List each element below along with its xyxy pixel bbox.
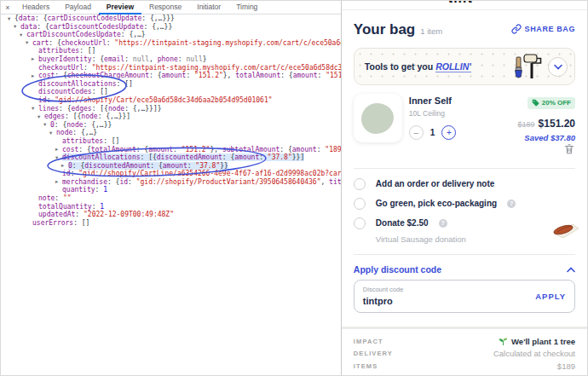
quantity-decrease-button[interactable]: – bbox=[409, 125, 424, 140]
json-tree-row[interactable]: ▾lines: {edges: [{node: {,…}}]} bbox=[1, 105, 341, 113]
product-variant: 10L Ceiling bbox=[409, 109, 511, 118]
summary-label: IMPACT bbox=[354, 338, 383, 345]
disclosure-triangle-icon[interactable]: ▾ bbox=[20, 32, 26, 39]
disclosure-triangle-icon[interactable]: ▾ bbox=[49, 130, 56, 137]
summary-label: ITEMS bbox=[354, 362, 378, 370]
info-icon[interactable]: ? bbox=[439, 219, 447, 228]
share-bag-label: SHARE BAG bbox=[525, 25, 575, 33]
store-logo[interactable]: tint bbox=[448, 1, 473, 6]
disclosure-triangle-icon[interactable]: ▾ bbox=[32, 105, 38, 113]
product-thumbnail[interactable] bbox=[354, 94, 402, 142]
discount-code-value[interactable]: tintpro bbox=[363, 296, 404, 306]
json-tree-row[interactable]: quantity: 1 bbox=[1, 186, 341, 194]
page-title: Your bag bbox=[354, 21, 415, 38]
close-icon[interactable]: × bbox=[1, 3, 14, 12]
remove-item-button[interactable] bbox=[563, 143, 575, 158]
json-tree-row[interactable]: discountCodes: [] bbox=[1, 88, 341, 96]
disclosure-triangle-icon[interactable]: ▸ bbox=[55, 178, 62, 186]
discount-badge-label: 20% OFF bbox=[542, 99, 571, 107]
radio-button[interactable] bbox=[354, 198, 366, 210]
disclosure-triangle-icon[interactable]: ▾ bbox=[26, 39, 32, 47]
summary-value: We'll plant 1 tree bbox=[499, 337, 575, 346]
chevron-down-icon bbox=[554, 64, 562, 70]
quantity-increase-button[interactable]: + bbox=[441, 125, 456, 140]
json-tree-row[interactable]: ▾discountAllocations: [{discountedAmount… bbox=[1, 153, 341, 162]
impact-value: We'll plant 1 tree bbox=[511, 337, 575, 346]
json-tree-row[interactable]: attributes: [] bbox=[1, 137, 341, 146]
order-summary: IMPACT We'll plant 1 tree DELIVERY Calcu… bbox=[342, 329, 587, 373]
disclosure-triangle-icon[interactable]: ▾ bbox=[37, 113, 44, 121]
summary-value: $189 bbox=[557, 362, 575, 371]
tab-preview[interactable]: Preview bbox=[99, 1, 141, 14]
option-delivery-note[interactable]: Add an order or delivery note bbox=[354, 174, 575, 194]
json-tree-row[interactable]: ▸buyerIdentity: {email: null, phone: nul… bbox=[1, 55, 341, 64]
disclosure-triangle-icon[interactable]: ▸ bbox=[32, 72, 38, 80]
disclosure-triangle-icon[interactable]: ▸ bbox=[55, 146, 62, 153]
cart-panel: tint Your bag 1 item SHARE BAG Tools to … bbox=[342, 1, 587, 375]
disclosure-triangle-icon[interactable]: ▾ bbox=[55, 154, 62, 162]
json-tree-row[interactable]: ▾{data: {cartDiscountCodesUpdate: {,…}}} bbox=[1, 14, 341, 23]
tab-payload[interactable]: Payload bbox=[57, 1, 99, 14]
json-tree-row[interactable]: id: "gid://shopify/Cart/ece50a6d58dc34d6… bbox=[1, 96, 341, 105]
devtools-tabs: HeadersPayloadPreviewResponseInitiatorTi… bbox=[14, 1, 265, 14]
json-tree-row[interactable]: ▾node: {,…} bbox=[1, 129, 341, 137]
disclosure-triangle-icon[interactable]: ▾ bbox=[43, 121, 50, 129]
summary-label: DELIVERY bbox=[354, 350, 393, 357]
tag-icon bbox=[532, 99, 539, 107]
disclosure-triangle-icon[interactable]: ▸ bbox=[32, 55, 38, 63]
tab-timing[interactable]: Timing bbox=[228, 1, 265, 14]
discount-title: Apply discount code bbox=[354, 264, 441, 275]
json-tree-row[interactable]: ▸cost: {checkoutChargeAmount: {amount: "… bbox=[1, 72, 341, 80]
promo-banner[interactable]: Tools to get youROLLIN' bbox=[354, 48, 575, 85]
quantity-value: 1 bbox=[430, 128, 435, 137]
discount-badge: 20% OFF bbox=[527, 97, 575, 109]
cart-options: Add an order or delivery note Go green, … bbox=[342, 169, 587, 254]
chevron-up-icon bbox=[567, 267, 575, 273]
info-icon[interactable]: ? bbox=[507, 200, 516, 208]
option-label: Donate $2.50 bbox=[376, 218, 429, 228]
link-icon bbox=[511, 24, 522, 34]
disclosure-triangle-icon[interactable]: ▸ bbox=[61, 162, 68, 170]
json-tree-row[interactable]: totalQuantity: 1 bbox=[1, 203, 341, 211]
radio-button[interactable] bbox=[354, 217, 366, 229]
discount-code-field[interactable]: Discount code tintpro bbox=[363, 286, 404, 306]
json-tree-row[interactable]: userErrors: [] bbox=[1, 219, 341, 228]
json-tree-row[interactable]: checkoutUrl: "https://tintpaint-staging.… bbox=[1, 64, 341, 72]
cart-line-item: Inner Self 10L Ceiling – 1 + 20% OFF $18… bbox=[354, 94, 575, 159]
json-tree-row[interactable]: attributes: [] bbox=[1, 47, 341, 55]
json-tree-row[interactable]: discountAllocations: [] bbox=[1, 80, 341, 89]
quantity-stepper: – 1 + bbox=[409, 125, 511, 140]
json-tree-row[interactable]: note: "" bbox=[1, 194, 341, 203]
json-tree-row[interactable]: ▾cart: {checkoutUrl: "https://tintpaint-… bbox=[1, 39, 341, 48]
disclosure-triangle-icon[interactable]: ▾ bbox=[8, 15, 14, 23]
site-header: tint bbox=[342, 1, 587, 10]
radio-button[interactable] bbox=[354, 178, 366, 190]
product-title[interactable]: Inner Self bbox=[409, 95, 511, 106]
json-tree-row[interactable]: ▾0: {node: {,…}} bbox=[1, 121, 341, 130]
tab-initiator[interactable]: Initiator bbox=[189, 1, 228, 14]
discount-section: Apply discount code Discount code tintpr… bbox=[342, 255, 587, 321]
tab-response[interactable]: Response bbox=[141, 1, 189, 14]
json-tree-row[interactable]: id: "gid://shopify/CartLine/a6354266-4e9… bbox=[1, 170, 341, 178]
json-tree-row[interactable]: updatedAt: "2022-12-09T00:49:48Z" bbox=[1, 211, 341, 219]
screenshot-root: × HeadersPayloadPreviewResponseInitiator… bbox=[0, 0, 588, 376]
json-tree-row[interactable]: ▾data: {cartDiscountCodesUpdate: {,…}} bbox=[1, 23, 341, 32]
json-tree-row[interactable]: ▸merchandise: {id: "gid://shopify/Produc… bbox=[1, 178, 341, 187]
bag-header: Your bag 1 item SHARE BAG bbox=[342, 10, 587, 46]
option-label: Add an order or delivery note bbox=[376, 179, 494, 188]
apply-button[interactable]: APPLY bbox=[535, 292, 566, 301]
option-eco-packaging[interactable]: Go green, pick eco-packaging ? bbox=[354, 194, 575, 213]
seedling-icon bbox=[499, 337, 508, 346]
json-tree-row[interactable]: ▸cost: {totalAmount: {amount: "151.2"}, … bbox=[1, 146, 341, 154]
json-tree-row[interactable]: ▸0: {discountedAmount: {amount: "37.8"}} bbox=[1, 162, 341, 171]
json-tree-row[interactable]: ▾edges: [{node: {,…}}] bbox=[1, 113, 341, 121]
option-donate[interactable]: Donate $2.50 ? bbox=[354, 213, 575, 233]
trash-icon bbox=[563, 142, 575, 155]
savings-label: Saved $37.80 bbox=[518, 133, 575, 142]
promo-expand-button[interactable] bbox=[548, 57, 568, 77]
tab-headers[interactable]: Headers bbox=[14, 1, 57, 14]
disclosure-triangle-icon[interactable]: ▾ bbox=[14, 23, 20, 31]
discount-toggle[interactable]: Apply discount code bbox=[354, 262, 575, 280]
json-tree-row[interactable]: ▾cartDiscountCodesUpdate: {,…} bbox=[1, 31, 341, 39]
share-bag-button[interactable]: SHARE BAG bbox=[511, 24, 575, 34]
